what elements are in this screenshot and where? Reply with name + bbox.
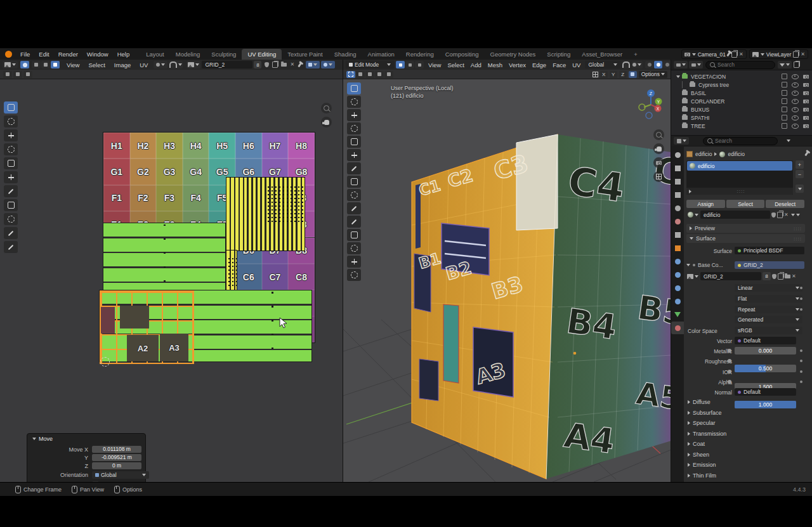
viewport-menu-view[interactable]: View [425, 60, 444, 70]
uv-toolsetting-2[interactable] [13, 71, 22, 78]
material-slot-list[interactable]: edificio :::: [686, 160, 793, 195]
properties-tab-particles[interactable] [671, 268, 684, 281]
uv-tool-move[interactable] [4, 129, 18, 141]
hide-eye-icon[interactable] [792, 115, 799, 120]
surface-shader-field[interactable]: Principled BSDF [735, 247, 804, 254]
mesh-select-face-button[interactable] [415, 61, 424, 68]
move-y-input[interactable]: -0.009521 m [92, 454, 141, 461]
move-move-x-input[interactable]: 0.011108 m [92, 446, 141, 453]
move-z-input[interactable]: 0 m [92, 462, 141, 469]
viewport-tool-extrude[interactable] [347, 189, 361, 201]
workspace-tab-uv-editing[interactable]: UV Editing [242, 49, 282, 60]
mode-dropdown[interactable]: Edit Mode [346, 61, 394, 68]
scene-selector[interactable]: Camera_01 ✕ [681, 49, 747, 59]
properties-tab-tool[interactable] [671, 148, 684, 161]
viewport-menu-select[interactable]: Select [444, 60, 467, 70]
outliner-item-tree[interactable]: TREE [671, 122, 812, 130]
uv-image-name-field[interactable]: GRID_2 [202, 61, 252, 68]
outliner-search-input[interactable]: Search [705, 61, 775, 69]
base-color-expand-icon[interactable] [686, 264, 690, 266]
uv-sync-selection-toggle[interactable] [20, 61, 29, 68]
open-image-icon[interactable] [281, 63, 287, 67]
uv-tool-scale[interactable] [4, 157, 18, 169]
thin-film-section-header[interactable]: Thin Film [688, 472, 716, 479]
metallic-slider[interactable]: 0.000 [735, 347, 796, 355]
mirror-y-toggle[interactable]: Y [610, 71, 617, 78]
uv-overlay-button[interactable] [321, 61, 335, 68]
uv-tool-poly[interactable] [4, 213, 18, 225]
disable-render-icon[interactable] [803, 116, 809, 120]
select-mode-intersect-button[interactable] [384, 71, 393, 78]
image-unlink-icon[interactable]: ✕ [792, 274, 796, 279]
outliner-item-basil[interactable]: BASIL [671, 89, 812, 97]
viewport-menu-mesh[interactable]: Mesh [485, 60, 506, 70]
properties-tab-collection[interactable] [671, 228, 684, 241]
exclude-checkbox[interactable] [782, 74, 787, 79]
workspace-tab-modeling[interactable]: Modeling [170, 49, 206, 60]
repeat-dropdown[interactable]: Repeat [735, 306, 802, 313]
workspace-tab-animation[interactable]: Animation [362, 49, 400, 60]
exclude-checkbox[interactable] [782, 115, 787, 120]
assign-button[interactable]: Assign [686, 200, 725, 208]
disable-render-icon[interactable] [803, 83, 809, 87]
outliner-item-spathi[interactable]: SPATHI [671, 114, 812, 122]
uv-select-face-button[interactable] [51, 61, 60, 68]
image-users-button[interactable]: 8 [763, 272, 771, 280]
select-mode-subtract-button[interactable] [365, 71, 374, 78]
viewport-tool-spin[interactable] [347, 256, 361, 268]
mesh-select-vertex-button[interactable] [396, 61, 405, 68]
workspace-tab-layout[interactable]: Layout [140, 49, 170, 60]
hide-eye-icon[interactable] [792, 99, 799, 104]
material-fake-user-icon[interactable] [771, 212, 776, 218]
sheen-section-header[interactable]: Sheen [688, 452, 709, 458]
new-scene-icon[interactable] [731, 51, 737, 58]
uv-menu-image[interactable]: Image [110, 60, 135, 70]
delete-scene-icon[interactable]: ✕ [739, 52, 743, 57]
remove-viewlayer-icon[interactable]: ✕ [801, 52, 805, 57]
workspace-tab-rendering[interactable]: Rendering [400, 49, 440, 60]
flat-dropdown[interactable]: Flat [735, 295, 802, 303]
hide-eye-icon[interactable] [792, 107, 799, 112]
properties-tab-view-layer[interactable] [671, 188, 684, 201]
uv-zoom-button[interactable] [321, 103, 332, 114]
exclude-checkbox[interactable] [782, 90, 787, 96]
specular-section-header[interactable]: Specular [688, 420, 716, 426]
material-slot-active[interactable]: edificio [687, 161, 792, 171]
mirror-x-toggle[interactable]: X [600, 71, 608, 78]
workspace-tab-shading[interactable]: Shading [329, 49, 362, 60]
diffuse-section-header[interactable]: Diffuse [688, 399, 710, 405]
viewport-pan-button[interactable] [653, 143, 664, 154]
disable-render-icon[interactable] [803, 91, 809, 95]
outliner-filter-icon-button[interactable] [689, 61, 703, 68]
pin-icon[interactable] [726, 52, 730, 56]
viewport-tool-inset[interactable] [347, 202, 361, 214]
uv-tool-tweak[interactable] [4, 101, 18, 114]
uv-select-edge-button[interactable] [41, 61, 50, 68]
properties-tab-material[interactable] [671, 322, 684, 334]
editor-type-button[interactable] [3, 61, 18, 68]
snap-settings-button[interactable] [629, 71, 637, 78]
color-space-dropdown[interactable]: sRGB [735, 327, 802, 334]
move-operator-panel[interactable]: Move Move X0.011108 mY-0.009521 mZ0 m Or… [27, 433, 146, 482]
roughness-slider[interactable]: 0.500 [735, 365, 796, 372]
disable-render-icon[interactable] [803, 75, 809, 79]
uv-pan-button[interactable] [321, 117, 332, 127]
coat-section-header[interactable]: Coat [688, 441, 705, 447]
blender-logo-icon[interactable] [5, 51, 12, 58]
properties-tab-data[interactable] [671, 308, 684, 321]
uv-tool-grab[interactable] [4, 227, 18, 239]
shading-wireframe-button[interactable] [645, 61, 653, 68]
mirror-icon[interactable] [593, 72, 598, 77]
properties-tab-modifiers[interactable] [671, 255, 684, 268]
add-workspace-button[interactable]: + [628, 49, 643, 60]
add-slot-button[interactable]: + [796, 160, 804, 169]
select-mode-extend-button[interactable] [356, 71, 365, 78]
workspace-tab-sculpting[interactable]: Sculpting [206, 49, 242, 60]
proportional-edit-toggle[interactable] [632, 61, 643, 68]
uv-menu-view[interactable]: View [62, 60, 84, 70]
uv-select-vertex-button[interactable] [32, 61, 41, 68]
viewport-tool-scale[interactable] [347, 136, 361, 148]
properties-tab-output[interactable] [671, 175, 684, 188]
exclude-checkbox[interactable] [782, 98, 787, 104]
workspace-tab-asset-browser[interactable]: Asset_Browser [576, 49, 628, 60]
